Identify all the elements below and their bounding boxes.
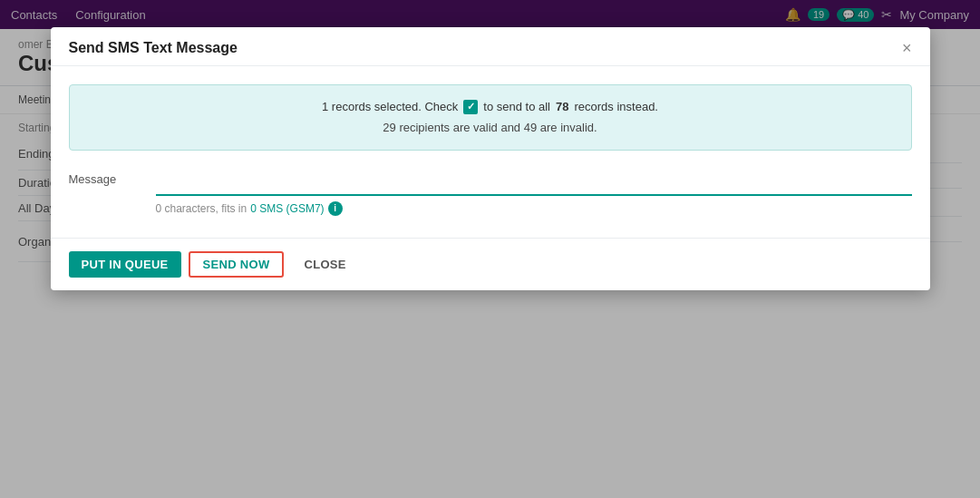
close-button[interactable]: CLOSE [291,251,358,278]
char-count-text: 0 characters, fits in [156,202,247,215]
sms-count: 0 SMS (GSM7) [250,202,324,215]
banner-prefix: 1 records selected. Check [322,96,458,117]
banner-line1: 1 records selected. Check to send to all… [88,96,893,117]
info-banner: 1 records selected. Check to send to all… [69,84,912,151]
banner-to-send-to-all: to send to all [483,96,550,117]
modal-footer: PUT IN QUEUE SEND NOW CLOSE [51,238,930,290]
message-input[interactable] [156,169,912,196]
message-input-wrap: 0 characters, fits in 0 SMS (GSM7) i [156,169,912,216]
sms-modal: Send SMS Text Message × 1 records select… [51,27,930,290]
send-now-button[interactable]: SEND NOW [189,251,285,278]
modal-close-button[interactable]: × [902,40,912,56]
sms-info-icon[interactable]: i [328,201,343,216]
put-in-queue-button[interactable]: PUT IN QUEUE [69,251,181,278]
message-label: Message [69,169,141,186]
modal-header: Send SMS Text Message × [51,27,930,66]
char-count: 0 characters, fits in 0 SMS (GSM7) i [156,201,912,216]
modal-body: 1 records selected. Check to send to all… [51,66,930,238]
banner-records-count: 78 [556,96,568,117]
banner-checkbox[interactable] [463,100,478,114]
modal-title: Send SMS Text Message [69,40,238,56]
banner-line2: 29 recipients are valid and 49 are inval… [88,117,893,138]
banner-end: records instead. [574,96,658,117]
message-field-row: Message 0 characters, fits in 0 SMS (GSM… [69,169,912,216]
